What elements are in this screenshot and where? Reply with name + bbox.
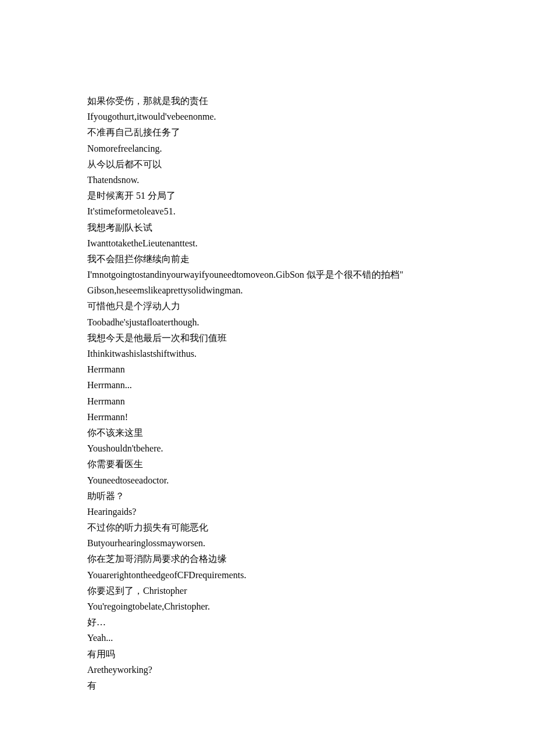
text-line: 助听器？ bbox=[87, 488, 448, 504]
document-content: 如果你受伤，那就是我的责任Ifyougothurt,itwould'vebeen… bbox=[87, 93, 448, 693]
text-line: YouarerightontheedgeofCFDrequirements. bbox=[87, 567, 448, 583]
text-line: Yeah... bbox=[87, 630, 448, 646]
text-line: Herrmann... bbox=[87, 377, 448, 393]
text-line: 我想考副队长试 bbox=[87, 220, 448, 235]
text-line: 如果你受伤，那就是我的责任 bbox=[87, 93, 448, 109]
text-line: 我不会阻拦你继续向前走 bbox=[87, 251, 448, 267]
text-line: 好… bbox=[87, 614, 448, 630]
text-line: Herrmann! bbox=[87, 409, 448, 425]
text-line: 可惜他只是个浮动人力 bbox=[87, 298, 448, 314]
text-line: IwanttotaketheLieutenanttest. bbox=[87, 235, 448, 251]
text-line: Butyourhearinglossmayworsen. bbox=[87, 535, 448, 551]
text-line: Ithinkitwashislastshiftwithus. bbox=[87, 346, 448, 361]
text-line: 有用吗 bbox=[87, 646, 448, 662]
text-line: Aretheyworking? bbox=[87, 662, 448, 678]
text-line: Youneedtoseeadoctor. bbox=[87, 472, 448, 488]
text-line: Thatendsnow. bbox=[87, 172, 448, 188]
text-line: 你不该来这里 bbox=[87, 425, 448, 440]
text-line: 你需要看医生 bbox=[87, 456, 448, 472]
text-line: Hearingaids? bbox=[87, 504, 448, 519]
document-page: 如果你受伤，那就是我的责任Ifyougothurt,itwould'vebeen… bbox=[0, 0, 535, 756]
text-line: 你在芝加哥消防局要求的合格边缘 bbox=[87, 551, 448, 567]
text-line: You'regoingtobelate,Christopher. bbox=[87, 599, 448, 614]
text-line: Gibson,heseemslikeaprettysolidwingman. bbox=[87, 282, 448, 298]
text-line: Herrmann bbox=[87, 393, 448, 409]
text-line: 不过你的听力损失有可能恶化 bbox=[87, 519, 448, 535]
text-line: 不准再自己乱接任务了 bbox=[87, 124, 448, 140]
text-line: It'stimeformetoleave51. bbox=[87, 203, 448, 219]
text-line: 从今以后都不可以 bbox=[87, 156, 448, 172]
text-line: Herrmann bbox=[87, 361, 448, 377]
text-line: 有 bbox=[87, 678, 448, 693]
text-line: Nomorefreelancing. bbox=[87, 141, 448, 156]
text-line: Youshouldn'tbehere. bbox=[87, 440, 448, 456]
text-line: Ifyougothurt,itwould'vebeenonme. bbox=[87, 109, 448, 124]
text-line: 是时候离开 51 分局了 bbox=[87, 188, 448, 203]
text-line: Toobadhe'sjustafloaterthough. bbox=[87, 314, 448, 330]
text-line: I'mnotgoingtostandinyourwayifyouneedtomo… bbox=[87, 267, 448, 282]
text-line: 我想今天是他最后一次和我们值班 bbox=[87, 330, 448, 346]
text-line: 你要迟到了，Christopher bbox=[87, 583, 448, 599]
